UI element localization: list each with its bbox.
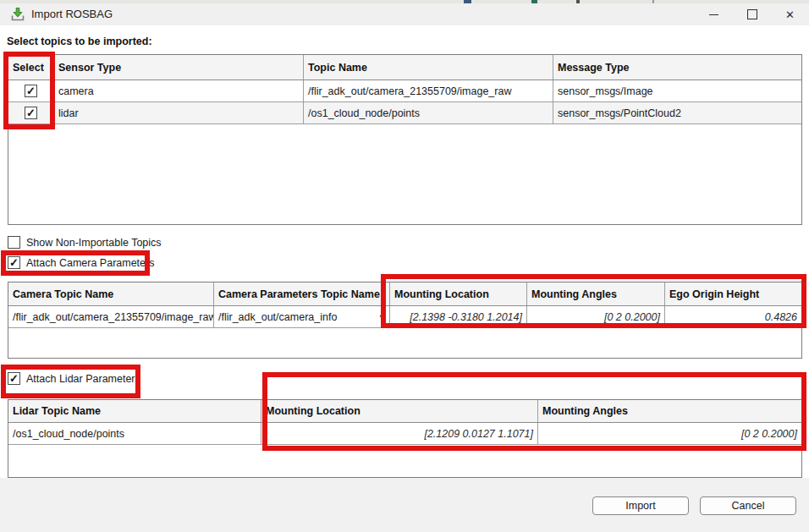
lidar-table-row: /os1_cloud_node/points [2.1209 0.0127 1.… (8, 423, 801, 445)
attach-camera-checkbox[interactable]: ✓ (8, 256, 20, 269)
checkmark-icon: ✓ (9, 373, 19, 384)
cell-lidar-mounting-location[interactable]: [2.1209 0.0127 1.1071] (261, 423, 538, 444)
lidar-select-checkbox[interactable]: ✓ (25, 107, 37, 119)
cell-message-type: sensor_msgs/Image (553, 80, 801, 101)
col-header-topic-name: Topic Name (304, 55, 553, 80)
col-header-message-type: Message Type (553, 55, 801, 80)
cell-lidar-mounting-angles[interactable]: [0 2 0.2000] (538, 423, 801, 444)
instruction-label: Select topics to be imported: (7, 36, 152, 47)
table-row-lidar: ✓ lidar /os1_cloud_node/points sensor_ms… (8, 102, 801, 124)
cell-select-lidar: ✓ (8, 102, 54, 123)
col-header-mounting-location: Mounting Location (390, 282, 527, 305)
camera-select-checkbox[interactable]: ✓ (25, 85, 37, 97)
cancel-button[interactable]: Cancel (700, 496, 796, 515)
col-header-lidar-topic: Lidar Topic Name (8, 400, 261, 422)
attach-camera-label: Attach Camera Parameters (26, 257, 154, 269)
camera-table-row: /flir_adk_out/camera_21355709/image_raw … (8, 306, 801, 328)
attach-lidar-checkbox[interactable]: ✓ (8, 372, 20, 385)
col-header-camera-topic: Camera Topic Name (8, 282, 214, 305)
lidar-table-header-row: Lidar Topic Name Mounting Location Mount… (8, 400, 801, 423)
checkmark-icon: ✓ (9, 257, 19, 268)
chevron-down-icon: ▼ (378, 314, 385, 321)
col-header-mounting-angles: Mounting Angles (538, 400, 801, 422)
cell-lidar-topic: /os1_cloud_node/points (8, 423, 261, 444)
checkmark-icon: ✓ (26, 85, 36, 96)
col-header-camera-params-topic: Camera Parameters Topic Name (214, 282, 390, 305)
camera-params-topic-dropdown[interactable]: /flir_adk_out/camera_info ▼ (214, 306, 390, 327)
show-non-importable-checkbox[interactable] (8, 236, 20, 249)
minimize-icon (709, 14, 718, 15)
title-bar: Import ROSBAG ✕ (0, 3, 809, 25)
window-title: Import ROSBAG (31, 3, 113, 25)
topics-table-header-row: Select Sensor Type Topic Name Message Ty… (8, 55, 801, 80)
maximize-button[interactable] (733, 3, 771, 25)
table-row-camera: ✓ camera /flir_adk_out/camera_21355709/i… (8, 80, 801, 102)
minimize-button[interactable] (695, 3, 733, 25)
col-header-sensor-type: Sensor Type (54, 55, 304, 80)
attach-lidar-label: Attach Lidar Parameters (26, 373, 140, 385)
checkmark-icon: ✓ (26, 107, 36, 118)
cell-topic-name: /os1_cloud_node/points (304, 102, 553, 123)
cell-camera-mounting-location[interactable]: [2.1398 -0.3180 1.2014] (390, 306, 527, 327)
maximize-icon (747, 9, 757, 19)
camera-table-header-row: Camera Topic Name Camera Parameters Topi… (8, 282, 801, 306)
col-header-ego-origin-height: Ego Origin Height (665, 282, 801, 305)
import-rosbag-icon (10, 7, 25, 22)
lidar-parameters-table: Lidar Topic Name Mounting Location Mount… (8, 399, 802, 478)
close-icon: ✕ (785, 9, 795, 20)
cell-select-camera: ✓ (8, 80, 54, 101)
dropdown-value: /flir_adk_out/camera_info (218, 311, 337, 323)
show-non-importable-row: Show Non-Importable Topics (8, 236, 162, 249)
close-button[interactable]: ✕ (771, 3, 809, 25)
topics-table: Select Sensor Type Topic Name Message Ty… (8, 54, 802, 225)
cell-topic-name: /flir_adk_out/camera_21355709/image_raw (304, 80, 553, 101)
cell-camera-topic: /flir_adk_out/camera_21355709/image_raw (8, 306, 214, 327)
cell-sensor-type: camera (54, 80, 304, 101)
cell-camera-mounting-angles[interactable]: [0 2 0.2000] (527, 306, 665, 327)
show-non-importable-label: Show Non-Importable Topics (26, 237, 162, 249)
col-header-mounting-location: Mounting Location (261, 400, 538, 422)
attach-lidar-row: ✓ Attach Lidar Parameters (8, 372, 140, 385)
col-header-mounting-angles: Mounting Angles (527, 282, 665, 305)
camera-parameters-table: Camera Topic Name Camera Parameters Topi… (8, 282, 802, 359)
col-header-select: Select (8, 55, 54, 80)
cell-ego-origin-height[interactable]: 0.4826 (665, 306, 801, 327)
attach-camera-row: ✓ Attach Camera Parameters (8, 256, 154, 269)
cell-sensor-type: lidar (54, 102, 304, 123)
import-button[interactable]: Import (592, 496, 689, 515)
cell-message-type: sensor_msgs/PointCloud2 (553, 102, 801, 123)
